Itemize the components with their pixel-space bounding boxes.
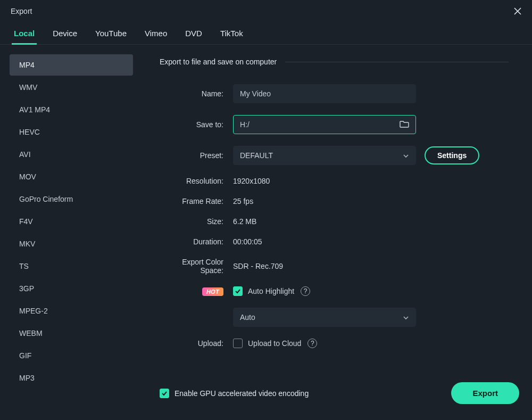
gpu-checkbox[interactable] <box>160 389 169 398</box>
label-frame-rate: Frame Rate: <box>160 197 223 205</box>
format-wmv[interactable]: WMV <box>10 77 133 98</box>
help-icon[interactable]: ? <box>307 339 317 348</box>
gpu-label: Enable GPU accelerated video encoding <box>174 389 309 398</box>
save-to-input[interactable]: H:/ <box>233 115 416 134</box>
format-ts[interactable]: TS <box>10 256 133 277</box>
format-hevc[interactable]: HEVC <box>10 121 133 143</box>
tab-device[interactable]: Device <box>51 23 79 44</box>
preset-select[interactable]: DEFAULT <box>233 146 416 165</box>
label-preset: Preset: <box>160 151 223 160</box>
name-input[interactable]: My Video <box>233 84 416 103</box>
format-3gp[interactable]: 3GP <box>10 278 133 299</box>
hot-badge: HOT <box>202 287 223 296</box>
help-icon[interactable]: ? <box>301 286 310 296</box>
label-size: Size: <box>160 217 223 226</box>
label-resolution: Resolution: <box>160 177 223 185</box>
label-save-to: Save to: <box>160 120 223 129</box>
value-duration: 00:00:05 <box>233 237 262 246</box>
label-upload: Upload: <box>160 339 223 348</box>
format-mpeg2[interactable]: MPEG-2 <box>10 300 133 322</box>
settings-button[interactable]: Settings <box>425 146 479 164</box>
chevron-down-icon <box>403 151 409 160</box>
format-sidebar: MP4 WMV AV1 MP4 HEVC AVI MOV GoPro Cinef… <box>0 45 133 417</box>
value-frame-rate: 25 fps <box>233 197 253 205</box>
export-button[interactable]: Export <box>451 382 519 404</box>
format-mkv[interactable]: MKV <box>10 233 133 254</box>
tab-vimeo[interactable]: Vimeo <box>143 23 169 44</box>
value-size: 6.2 MB <box>233 217 256 226</box>
chevron-down-icon <box>403 313 409 322</box>
format-mp4[interactable]: MP4 <box>10 54 133 76</box>
format-f4v[interactable]: F4V <box>10 211 133 232</box>
section-title: Export to file and save on computer <box>160 57 277 66</box>
tab-dvd[interactable]: DVD <box>183 23 204 44</box>
tab-local[interactable]: Local <box>12 23 37 44</box>
upload-cloud-label: Upload to Cloud <box>248 339 301 348</box>
format-webm[interactable]: WEBM <box>10 323 133 344</box>
label-name: Name: <box>160 89 223 98</box>
close-icon[interactable] <box>512 5 523 17</box>
format-avi[interactable]: AVI <box>10 144 133 165</box>
label-duration: Duration: <box>160 237 223 246</box>
auto-highlight-label: Auto Highlight <box>248 287 294 295</box>
export-tabs: Local Device YouTube Vimeo DVD TikTok <box>0 20 532 45</box>
format-gopro-cineform[interactable]: GoPro Cineform <box>10 188 133 210</box>
format-mov[interactable]: MOV <box>10 166 133 187</box>
window-title: Export <box>11 7 32 15</box>
format-av1-mp4[interactable]: AV1 MP4 <box>10 99 133 120</box>
format-gif[interactable]: GIF <box>10 345 133 366</box>
tab-youtube[interactable]: YouTube <box>93 23 129 44</box>
browse-folder-icon[interactable] <box>400 120 409 130</box>
upload-cloud-checkbox[interactable] <box>233 339 243 348</box>
tab-tiktok[interactable]: TikTok <box>218 23 245 44</box>
section-header: Export to file and save on computer <box>160 57 509 66</box>
format-mp3[interactable]: MP3 <box>10 367 133 389</box>
export-form: Export to file and save on computer Name… <box>133 45 532 417</box>
value-color-space: SDR - Rec.709 <box>233 262 283 270</box>
value-resolution: 1920x1080 <box>233 177 270 185</box>
title-bar: Export <box>0 0 532 20</box>
auto-highlight-mode-select[interactable]: Auto <box>233 308 416 327</box>
label-color-space: Export Color Space: <box>160 258 223 275</box>
auto-highlight-checkbox[interactable] <box>233 286 243 296</box>
